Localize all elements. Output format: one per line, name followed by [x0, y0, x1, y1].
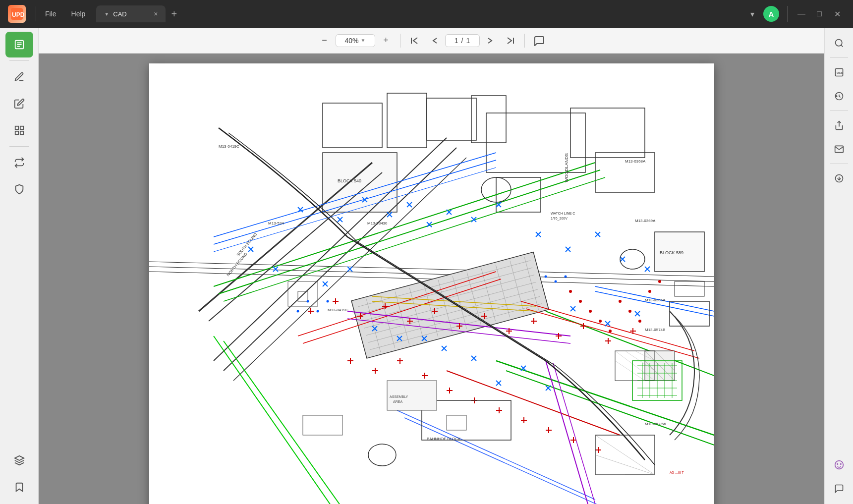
menu-file[interactable]: File — [38, 7, 63, 21]
right-sidebar-extract[interactable] — [828, 85, 851, 108]
maximize-button[interactable]: □ — [811, 6, 827, 22]
svg-point-237 — [638, 320, 641, 323]
svg-text:UPDF: UPDF — [12, 11, 24, 18]
sidebar-item-convert[interactable] — [5, 150, 33, 175]
svg-rect-9 — [20, 131, 23, 134]
tab-cad[interactable]: ▼ CAD × — [96, 5, 166, 22]
svg-marker-10 — [14, 456, 23, 460]
svg-point-243 — [326, 300, 329, 303]
right-sidebar-div-1 — [830, 57, 848, 58]
svg-text:OCR: OCR — [837, 71, 844, 74]
svg-text:M13-0369A: M13-0369A — [635, 219, 656, 223]
tab-close-icon[interactable]: × — [154, 10, 158, 18]
tab-area: ▼ CAD × + — [96, 5, 745, 22]
prev-page-button[interactable] — [425, 32, 443, 50]
window-controls: — □ ✕ — [787, 6, 845, 22]
page-total: 1 — [466, 37, 470, 45]
right-sidebar-ocr[interactable]: OCR — [828, 61, 851, 84]
zoom-out-button[interactable]: − — [316, 32, 334, 50]
svg-point-268 — [840, 463, 841, 465]
svg-point-239 — [658, 280, 661, 283]
svg-point-244 — [544, 276, 547, 278]
tab-add-button[interactable]: + — [166, 5, 182, 22]
sidebar-item-edit[interactable] — [5, 91, 33, 116]
titlebar-menu: File Help — [38, 7, 92, 21]
app-logo[interactable]: UPDF — [0, 5, 34, 23]
svg-point-241 — [306, 300, 309, 303]
zoom-in-button[interactable]: + — [377, 32, 395, 50]
svg-point-231 — [579, 300, 582, 303]
right-sidebar-share[interactable] — [828, 114, 851, 137]
svg-text:BAHNHOF BLOCK: BAHNHOF BLOCK — [427, 437, 461, 441]
sidebar-divider-2 — [9, 146, 29, 147]
tab-dropdown-icon: ▼ — [104, 11, 109, 17]
sidebar-item-reader-mode[interactable] — [5, 32, 33, 57]
minimize-button[interactable]: — — [794, 6, 809, 22]
svg-point-258 — [835, 40, 842, 46]
svg-text:WATCH LINE C: WATCH LINE C — [551, 212, 575, 215]
svg-text:M13-257/66: M13-257/66 — [645, 422, 666, 426]
logo-icon: UPDF — [8, 5, 26, 23]
svg-rect-8 — [15, 131, 18, 134]
titlebar: UPDF File Help ▼ CAD × + ▾ A — □ ✕ — [0, 0, 853, 28]
svg-point-242 — [316, 310, 319, 313]
sidebar-item-organize[interactable] — [5, 117, 33, 143]
svg-rect-6 — [15, 126, 18, 129]
toolbar-sep-1 — [400, 34, 400, 48]
page-input[interactable]: 1 / 1 — [445, 34, 480, 47]
svg-text:ASSEMBLY: ASSEMBLY — [390, 395, 408, 398]
svg-point-230 — [569, 290, 572, 293]
left-sidebar — [0, 28, 39, 504]
svg-text:M13-0574B: M13-0574B — [645, 328, 665, 332]
svg-text:A5-...III T: A5-...III T — [670, 471, 684, 474]
svg-text:WOODLANDS: WOODLANDS — [564, 153, 569, 182]
comment-button[interactable] — [530, 32, 548, 50]
tab-label: CAD — [113, 10, 126, 18]
next-page-button[interactable] — [482, 32, 500, 50]
svg-point-238 — [648, 290, 651, 293]
sidebar-item-layers[interactable] — [5, 448, 33, 473]
first-page-button[interactable] — [405, 32, 423, 50]
last-page-button[interactable] — [502, 32, 519, 50]
right-sidebar: OCR — [824, 28, 853, 504]
zoom-value: 40% — [345, 37, 359, 45]
sidebar-item-bookmark[interactable] — [5, 474, 33, 500]
svg-rect-7 — [20, 126, 23, 129]
svg-point-240 — [296, 310, 299, 313]
svg-point-245 — [554, 280, 557, 283]
svg-text:M13-0419C: M13-0419C — [219, 144, 239, 149]
svg-text:BLOCK 589: BLOCK 589 — [660, 250, 683, 255]
svg-point-267 — [837, 463, 838, 465]
svg-point-234 — [609, 330, 612, 333]
right-sidebar-search[interactable] — [828, 32, 851, 55]
main-area: − 40% ▼ + 1 / 1 — [0, 28, 853, 504]
page-current: 1 — [455, 37, 458, 45]
svg-point-235 — [619, 300, 622, 303]
svg-point-236 — [628, 310, 631, 313]
right-sidebar-div-2 — [830, 111, 848, 111]
svg-text:M13-0419C: M13-0419C — [328, 308, 348, 312]
titlebar-dropdown-icon[interactable]: ▾ — [745, 7, 759, 21]
separator-1 — [36, 6, 36, 21]
right-sidebar-chat[interactable] — [828, 477, 851, 500]
toolbar-sep-2 — [524, 34, 525, 48]
zoom-display[interactable]: 40% ▼ — [336, 34, 375, 47]
close-button[interactable]: ✕ — [829, 6, 845, 22]
svg-text:M13-0368A: M13-0368A — [625, 159, 646, 164]
svg-point-232 — [589, 310, 592, 313]
avatar[interactable]: A — [763, 6, 779, 22]
svg-text:M13-534: M13-534 — [268, 221, 284, 225]
svg-point-246 — [564, 276, 567, 278]
right-sidebar-div-3 — [830, 164, 848, 164]
cad-drawing: BLOCK 540 BLOCK 589 SOUTH BOUND NORTH BO… — [149, 63, 714, 504]
page-separator: / — [461, 37, 463, 45]
menu-help[interactable]: Help — [64, 7, 93, 21]
right-sidebar-email[interactable] — [828, 138, 851, 161]
sidebar-item-annotate[interactable] — [5, 64, 33, 90]
svg-line-259 — [841, 45, 843, 47]
svg-text:M13-53430: M13-53430 — [367, 221, 388, 225]
right-sidebar-ai[interactable] — [828, 453, 851, 476]
right-sidebar-save[interactable] — [828, 167, 851, 190]
document-area[interactable]: BLOCK 540 BLOCK 589 SOUTH BOUND NORTH BO… — [39, 54, 824, 504]
sidebar-item-protect[interactable] — [5, 176, 33, 202]
